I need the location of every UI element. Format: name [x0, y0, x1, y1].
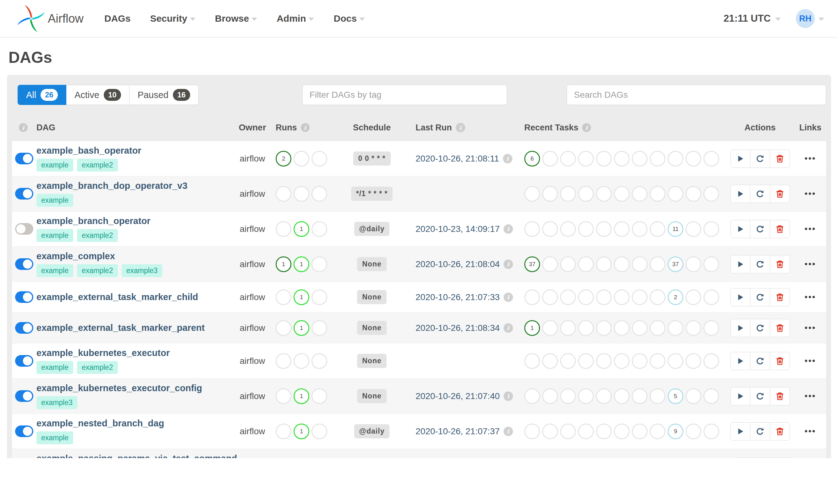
- dagrun-failed-circle[interactable]: [311, 320, 327, 336]
- dag-pause-toggle[interactable]: [15, 426, 33, 437]
- schedule-badge[interactable]: None: [357, 321, 387, 335]
- links-menu-button[interactable]: •••: [805, 259, 816, 269]
- task-success-circle[interactable]: [524, 186, 540, 202]
- task-queued-circle[interactable]: [650, 320, 665, 336]
- task-success-circle[interactable]: [524, 289, 540, 305]
- task-up_for_reschedule-circle[interactable]: [632, 353, 647, 369]
- dagrun-success-circle[interactable]: [276, 389, 291, 404]
- task-scheduled-circle[interactable]: [685, 186, 701, 202]
- dagrun-running-circle[interactable]: 1: [293, 389, 309, 404]
- task-skipped-circle[interactable]: [596, 151, 612, 166]
- task-up_for_reschedule-circle[interactable]: [632, 186, 647, 202]
- task-sensing-circle[interactable]: [703, 289, 719, 305]
- col-schedule[interactable]: Schedule: [353, 123, 391, 132]
- task-running-circle[interactable]: [542, 320, 558, 336]
- task-failed-circle[interactable]: [560, 256, 576, 272]
- dag-tag[interactable]: example: [36, 194, 73, 207]
- refresh-dag-button[interactable]: [750, 288, 770, 306]
- tab-paused[interactable]: Paused16: [129, 85, 199, 105]
- task-queued-circle[interactable]: [650, 151, 665, 166]
- links-menu-button[interactable]: •••: [805, 224, 816, 234]
- trigger-dag-button[interactable]: [731, 319, 750, 337]
- dag-link[interactable]: example_external_task_marker_child: [36, 292, 198, 302]
- links-menu-button[interactable]: •••: [805, 292, 816, 302]
- task-scheduled-circle[interactable]: [685, 320, 701, 336]
- links-menu-button[interactable]: •••: [805, 426, 816, 436]
- col-dag[interactable]: DAG: [36, 123, 55, 132]
- task-upstream_failed-circle[interactable]: [578, 151, 594, 166]
- nav-item-docs[interactable]: Docs: [334, 13, 364, 24]
- task-sensing-circle[interactable]: [703, 424, 719, 439]
- task-skipped-circle[interactable]: [596, 389, 612, 404]
- dagrun-success-circle[interactable]: 1: [276, 256, 291, 272]
- task-upstream_failed-circle[interactable]: [578, 221, 594, 237]
- task-skipped-circle[interactable]: [596, 353, 612, 369]
- dag-link[interactable]: example_nested_branch_dag: [36, 418, 164, 429]
- schedule-badge[interactable]: None: [357, 389, 387, 403]
- dagrun-success-circle[interactable]: [276, 186, 291, 202]
- last-run-link[interactable]: 2020-10-26, 21:08:04: [415, 259, 500, 269]
- dagrun-failed-circle[interactable]: [311, 424, 327, 439]
- task-running-circle[interactable]: [542, 289, 558, 305]
- task-success-circle[interactable]: [524, 389, 540, 404]
- dag-pause-toggle[interactable]: [15, 291, 33, 303]
- task-up_for_reschedule-circle[interactable]: [632, 256, 647, 272]
- dag-pause-toggle[interactable]: [15, 355, 33, 367]
- last-run-link[interactable]: 2020-10-26, 21:08:34: [415, 323, 500, 333]
- task-up_for_reschedule-circle[interactable]: [632, 389, 647, 404]
- nav-item-admin[interactable]: Admin: [277, 13, 314, 24]
- dagrun-running-circle[interactable]: 1: [293, 221, 309, 237]
- task-upstream_failed-circle[interactable]: [578, 289, 594, 305]
- col-recent-tasks[interactable]: Recent Tasks: [524, 123, 578, 132]
- dagrun-success-circle[interactable]: [276, 221, 291, 237]
- task-queued-circle[interactable]: [650, 256, 665, 272]
- dag-pause-toggle[interactable]: [15, 153, 33, 164]
- dag-link[interactable]: example_branch_dop_operator_v3: [36, 181, 188, 191]
- task-skipped-circle[interactable]: [596, 256, 612, 272]
- task-failed-circle[interactable]: [560, 389, 576, 404]
- dag-pause-toggle[interactable]: [15, 322, 33, 334]
- task-upstream_failed-circle[interactable]: [578, 320, 594, 336]
- task-skipped-circle[interactable]: [596, 289, 612, 305]
- task-running-circle[interactable]: [542, 221, 558, 237]
- task-failed-circle[interactable]: [560, 221, 576, 237]
- dag-link[interactable]: example_external_task_marker_parent: [36, 323, 204, 333]
- dag-pause-toggle[interactable]: [15, 390, 33, 402]
- delete-dag-button[interactable]: [770, 387, 790, 405]
- dagrun-success-circle[interactable]: [276, 424, 291, 439]
- task-queued-circle[interactable]: [650, 424, 665, 439]
- schedule-badge[interactable]: */1 * * * *: [351, 187, 393, 201]
- task-success-circle[interactable]: [524, 424, 540, 439]
- delete-dag-button[interactable]: [770, 319, 790, 337]
- dagrun-failed-circle[interactable]: [311, 221, 327, 237]
- dagrun-success-circle[interactable]: [276, 289, 291, 305]
- dagrun-success-circle[interactable]: 2: [276, 151, 291, 166]
- info-icon[interactable]: i: [456, 123, 465, 132]
- task-failed-circle[interactable]: [560, 320, 576, 336]
- user-menu[interactable]: RH: [796, 9, 824, 28]
- delete-dag-button[interactable]: [770, 149, 790, 168]
- task-up_for_reschedule-circle[interactable]: [632, 151, 647, 166]
- info-icon[interactable]: i: [301, 123, 309, 132]
- schedule-badge[interactable]: @daily: [354, 424, 390, 438]
- task-running-circle[interactable]: [542, 186, 558, 202]
- task-scheduled-circle[interactable]: [685, 221, 701, 237]
- last-run-link[interactable]: 2020-10-26, 21:08:11: [415, 154, 499, 164]
- task-scheduled-circle[interactable]: [685, 256, 701, 272]
- delete-dag-button[interactable]: [770, 352, 790, 370]
- airflow-logo-icon[interactable]: [16, 4, 46, 33]
- dagrun-running-circle[interactable]: 1: [293, 289, 309, 305]
- schedule-badge[interactable]: None: [357, 290, 387, 304]
- task-running-circle[interactable]: [542, 151, 558, 166]
- dag-tag[interactable]: example2: [77, 264, 118, 277]
- task-success-circle[interactable]: 1: [524, 320, 540, 336]
- task-up_for_retry-circle[interactable]: [614, 353, 629, 369]
- task-sensing-circle[interactable]: [703, 151, 719, 166]
- task-running-circle[interactable]: [542, 256, 558, 272]
- task-running-circle[interactable]: [542, 389, 558, 404]
- task-sensing-circle[interactable]: [703, 389, 719, 404]
- dag-tag[interactable]: example3: [122, 264, 162, 277]
- dagrun-success-circle[interactable]: [276, 320, 291, 336]
- task-queued-circle[interactable]: [650, 353, 665, 369]
- tag-filter-input[interactable]: [302, 85, 507, 105]
